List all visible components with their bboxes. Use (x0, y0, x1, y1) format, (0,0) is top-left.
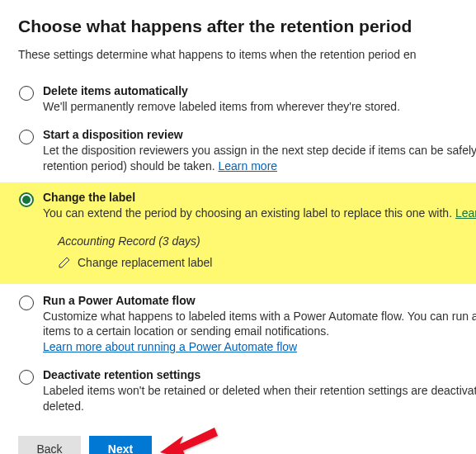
text: You can extend the period by choosing an… (43, 206, 455, 220)
option-change-title: Change the label (43, 191, 476, 204)
current-replacement-label: Accounting Record (3 days) (58, 234, 476, 248)
radio-icon[interactable] (19, 130, 34, 144)
text: retention period) should be taken. (43, 159, 218, 173)
text: Let the disposition reviewers you assign… (43, 144, 476, 157)
option-deactivate[interactable]: Deactivate retention settings Labeled it… (18, 363, 476, 423)
change-replacement-text: Change replacement label (78, 256, 212, 269)
text: deleted. (43, 400, 84, 413)
pencil-icon (58, 256, 71, 269)
back-button[interactable]: Back (18, 436, 81, 454)
option-disposition-title: Start a disposition review (43, 128, 476, 141)
svg-marker-0 (160, 428, 218, 454)
option-flow-title: Run a Power Automate flow (43, 294, 476, 307)
option-disposition[interactable]: Start a disposition review Let the dispo… (18, 123, 476, 182)
text: Customize what happens to labeled items … (43, 310, 476, 323)
option-delete-desc: We'll permanently remove labeled items f… (43, 99, 476, 115)
page-subtitle: These settings determine what happens to… (18, 48, 476, 61)
footer-buttons: Back Next (18, 436, 476, 454)
radio-icon[interactable] (19, 370, 34, 385)
change-replacement-link[interactable]: Change replacement label (58, 256, 476, 269)
learn-more-flow-link[interactable]: Learn more about running a Power Automat… (43, 340, 297, 353)
next-button[interactable]: Next (89, 436, 152, 454)
option-change-desc: You can extend the period by choosing an… (43, 206, 476, 221)
option-deactivate-title: Deactivate retention settings (43, 368, 476, 381)
radio-icon-selected[interactable] (19, 192, 34, 207)
option-delete[interactable]: Delete items automatically We'll permane… (18, 79, 476, 123)
option-flow[interactable]: Run a Power Automate flow Customize what… (18, 289, 476, 364)
radio-icon[interactable] (19, 86, 34, 101)
learn-more-link[interactable]: Learn more (218, 159, 277, 173)
option-deactivate-desc: Labeled items won't be retained or delet… (43, 383, 476, 414)
option-flow-desc: Customize what happens to labeled items … (43, 309, 476, 356)
text: items to a certain location or sending e… (43, 324, 329, 338)
text: Labeled items won't be retained or delet… (43, 384, 476, 397)
page-title: Choose what happens after the retention … (18, 17, 476, 36)
learn-more-link[interactable]: Learn (455, 206, 476, 220)
option-delete-title: Delete items automatically (43, 84, 476, 97)
radio-icon[interactable] (19, 296, 34, 310)
options-group: Delete items automatically We'll permane… (18, 79, 476, 423)
option-disposition-desc: Let the disposition reviewers you assign… (43, 143, 476, 174)
option-change-label[interactable]: Change the label You can extend the peri… (0, 182, 476, 284)
